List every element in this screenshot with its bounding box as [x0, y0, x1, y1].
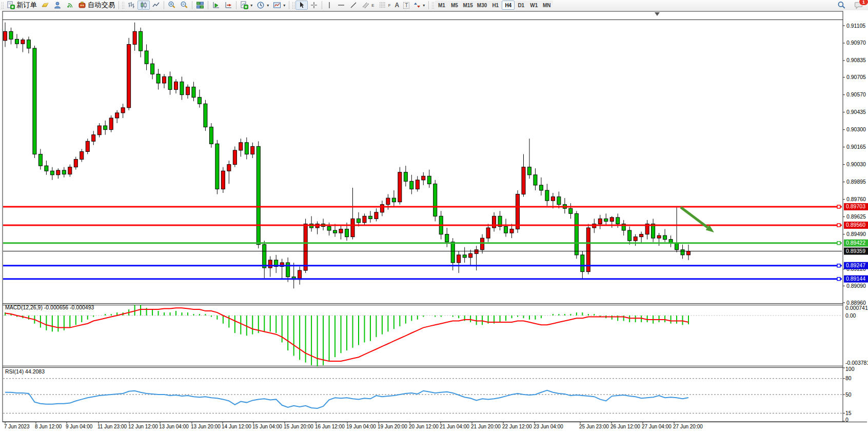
- candle: [681, 250, 684, 255]
- auto-trading-button[interactable]: 自动交易: [76, 1, 117, 10]
- text-tool-button[interactable]: A: [393, 1, 402, 10]
- candle: [121, 108, 125, 113]
- indicators-icon: [240, 1, 248, 9]
- price-line-handle[interactable]: [837, 242, 840, 245]
- candle: [9, 31, 13, 39]
- candle: [133, 31, 136, 44]
- fibonacci-tool-button[interactable]: F: [377, 1, 393, 10]
- templates-button[interactable]: ▾: [271, 1, 287, 10]
- zoom-out-button[interactable]: [178, 1, 190, 10]
- auto-scroll-button[interactable]: [210, 1, 222, 10]
- candle: [581, 255, 584, 272]
- candle: [298, 270, 302, 280]
- svg-text:23 Jun 04:00: 23 Jun 04:00: [534, 424, 563, 429]
- tab-timeframe-mn[interactable]: MN: [540, 1, 553, 10]
- community-button[interactable]: [51, 1, 64, 10]
- new-order-icon: [7, 1, 15, 9]
- cursor-tool-button[interactable]: [295, 1, 308, 10]
- candle: [427, 176, 431, 184]
- svg-text:20 Jun 12:00: 20 Jun 12:00: [409, 424, 439, 429]
- tab-timeframe-d1[interactable]: D1: [515, 1, 527, 10]
- toolbar-drag-handle[interactable]: [292, 2, 294, 9]
- chart-canvas[interactable]: 0.911050.909700.908350.907050.905700.904…: [0, 10, 868, 433]
- arrows-tool-button[interactable]: ▾: [411, 1, 427, 10]
- notification-count-badge[interactable]: 1: [859, 0, 868, 6]
- tab-timeframe-m1[interactable]: M1: [435, 1, 448, 10]
- rsi-axis-label: 80: [845, 375, 852, 381]
- templates-dropdown-caret[interactable]: ▾: [283, 3, 285, 8]
- candle: [481, 238, 484, 250]
- zoom-in-icon: [168, 1, 176, 9]
- tab-timeframe-h1[interactable]: H1: [489, 1, 502, 10]
- periods-button[interactable]: ▾: [254, 1, 271, 10]
- toolbar-drag-handle[interactable]: [1, 2, 4, 9]
- tab-timeframe-h4[interactable]: H4: [502, 1, 515, 10]
- tab-timeframe-m15[interactable]: M15: [461, 1, 475, 10]
- candle: [363, 216, 366, 223]
- indicators-dropdown-caret[interactable]: ▾: [250, 3, 252, 8]
- svg-text:11 Jun 23:00: 11 Jun 23:00: [97, 424, 127, 429]
- line-chart-button[interactable]: [150, 1, 162, 10]
- tile-windows-button[interactable]: [194, 1, 206, 10]
- svg-text:22 Jun 12:00: 22 Jun 12:00: [502, 424, 532, 429]
- candle: [221, 171, 225, 189]
- price-badge: 0.89144: [844, 275, 868, 283]
- price-line-handle[interactable]: [837, 205, 840, 208]
- price-badge: 0.89422: [844, 240, 868, 247]
- bar-chart-button[interactable]: [125, 1, 137, 10]
- chart-shift-button[interactable]: [222, 1, 234, 10]
- candle: [333, 230, 337, 233]
- periods-dropdown-caret[interactable]: ▾: [267, 3, 269, 8]
- tab-timeframe-m30[interactable]: M30: [475, 1, 489, 10]
- zoom-in-button[interactable]: [166, 1, 178, 10]
- candle: [239, 143, 243, 150]
- toolbar-drag-handle[interactable]: [122, 2, 124, 9]
- price-badge: 0.89247: [844, 262, 868, 269]
- candlestick-chart-button[interactable]: [137, 1, 150, 10]
- macd-axis-label: 0.000741: [845, 305, 868, 311]
- candle: [380, 205, 384, 212]
- candle: [50, 171, 54, 175]
- candle: [27, 40, 30, 48]
- candle: [463, 255, 466, 258]
- candle: [86, 141, 89, 151]
- svg-text:27 Jun 04:00: 27 Jun 04:00: [642, 424, 672, 429]
- price-line-handle[interactable]: [837, 224, 840, 227]
- candle: [569, 208, 573, 213]
- candle: [109, 118, 113, 130]
- crosshair-tool-button[interactable]: [308, 1, 320, 10]
- candle: [628, 230, 632, 241]
- svg-text:27 Jun 20:00: 27 Jun 20:00: [673, 424, 703, 429]
- candle: [398, 172, 402, 202]
- trendline-tool-button[interactable]: [347, 1, 360, 10]
- svg-text:21 Jun 20:00: 21 Jun 20:00: [471, 424, 501, 429]
- signals-button[interactable]: [64, 1, 76, 10]
- line-chart-icon: [152, 1, 160, 9]
- candle: [180, 82, 184, 95]
- svg-text:0.89247: 0.89247: [846, 262, 865, 268]
- horizontal-line-tool-button[interactable]: [335, 1, 347, 10]
- candle: [410, 181, 413, 189]
- candle: [97, 126, 101, 135]
- tab-timeframe-m5[interactable]: M5: [448, 1, 461, 10]
- toolbar-drag-handle[interactable]: [431, 2, 434, 9]
- new-order-button[interactable]: 新订单: [5, 1, 39, 10]
- price-line-handle[interactable]: [837, 278, 840, 281]
- svg-text:0.90970: 0.90970: [846, 40, 866, 46]
- text-label-tool-button[interactable]: T: [401, 1, 411, 10]
- svg-text:19 Jun 04:00: 19 Jun 04:00: [346, 424, 376, 429]
- arrows-dropdown-caret[interactable]: ▾: [423, 3, 425, 8]
- timeframe-group: M1M5M15M30H1H4D1W1MN: [430, 0, 553, 10]
- candle: [56, 170, 60, 175]
- vertical-line-tool-button[interactable]: [324, 1, 335, 10]
- candle: [286, 263, 290, 277]
- gold-button[interactable]: [39, 1, 51, 10]
- search-button[interactable]: [835, 1, 848, 10]
- horizontal-line-icon: [337, 1, 345, 9]
- indicators-button[interactable]: ▾: [238, 1, 254, 10]
- svg-text:0.89359: 0.89359: [846, 248, 865, 254]
- candle: [445, 234, 449, 242]
- equidistant-channel-tool-button[interactable]: E: [360, 1, 376, 10]
- price-line-handle[interactable]: [837, 264, 840, 267]
- tab-timeframe-w1[interactable]: W1: [527, 1, 540, 10]
